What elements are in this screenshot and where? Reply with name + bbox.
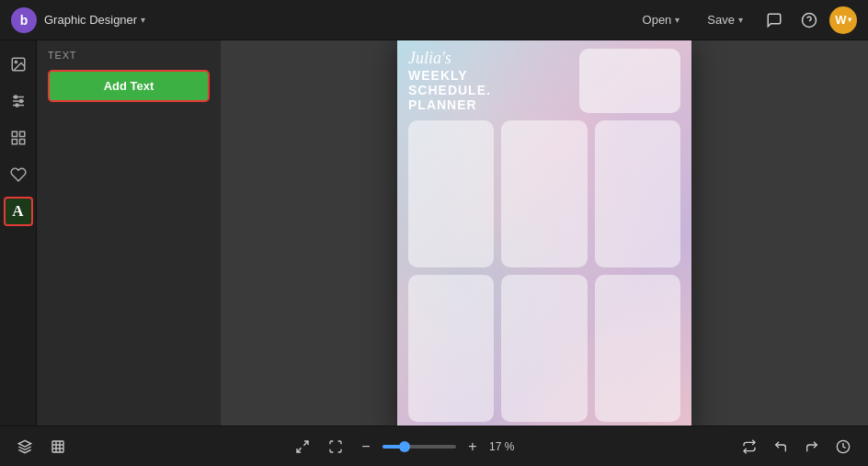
canvas-title-area: Julia's WEEKLY SCHEDULE. PLANNER	[408, 49, 680, 113]
swap-icon	[742, 439, 757, 454]
open-label: Open	[643, 13, 672, 27]
history-button[interactable]	[829, 433, 857, 460]
design-canvas[interactable]: Julia's WEEKLY SCHEDULE. PLANNER	[397, 40, 691, 426]
image-icon	[10, 56, 27, 73]
zoom-slider-thumb	[399, 441, 410, 452]
help-icon	[801, 12, 817, 28]
canvas-wrapper: Julia's WEEKLY SCHEDULE. PLANNER	[397, 40, 691, 426]
help-button[interactable]	[794, 6, 824, 35]
app-name-dropdown[interactable]: Graphic Designer ▾	[44, 13, 145, 27]
svg-rect-11	[19, 131, 24, 136]
comments-button[interactable]	[760, 6, 789, 35]
svg-point-3	[15, 61, 17, 63]
logo-letter: b	[20, 13, 29, 28]
layers-icon	[17, 439, 32, 454]
history-icon	[836, 439, 851, 454]
user-chevron-icon: ▾	[848, 16, 851, 24]
canvas-title-line2: SCHEDULE.	[408, 83, 572, 97]
grid-tool-button[interactable]	[4, 123, 33, 153]
schedule-card-2	[501, 120, 587, 267]
canvas-title-cursive: Julia's	[408, 49, 572, 68]
adjust-tool-button[interactable]	[4, 86, 33, 116]
zoom-slider[interactable]	[383, 445, 456, 449]
svg-marker-14	[18, 440, 30, 447]
app-name-chevron-icon: ▾	[141, 15, 145, 25]
svg-rect-15	[52, 441, 63, 452]
left-panel: TEXT Add Text	[37, 40, 221, 426]
zoom-value: 17 %	[489, 440, 519, 453]
pages-icon	[51, 439, 65, 454]
canvas-title-line1: WEEKLY	[408, 68, 572, 83]
fullscreen-button[interactable]	[322, 433, 349, 460]
schedule-card-6	[595, 275, 680, 422]
save-button[interactable]: Save ▾	[696, 8, 754, 31]
redo-button[interactable]	[798, 433, 826, 460]
bottom-bar: − + 17 %	[0, 426, 868, 466]
svg-line-20	[303, 441, 308, 446]
schedule-card-4	[408, 275, 494, 422]
svg-rect-10	[12, 131, 17, 136]
app-name-label: Graphic Designer	[44, 13, 137, 27]
bottom-right-actions	[736, 433, 857, 460]
canvas-title-text: Julia's WEEKLY SCHEDULE. PLANNER	[408, 49, 572, 112]
schedule-cards-grid	[408, 120, 680, 422]
save-chevron-icon: ▾	[738, 15, 743, 25]
zoom-out-button[interactable]: −	[355, 436, 377, 458]
text-tool-letter: A	[12, 202, 23, 221]
open-button[interactable]: Open ▾	[632, 8, 691, 31]
pages-button[interactable]	[44, 433, 72, 460]
svg-rect-12	[12, 140, 17, 144]
heart-icon	[10, 166, 27, 183]
panel-section-label: TEXT	[48, 50, 210, 61]
canvas-title-line3: PLANNER	[408, 97, 572, 112]
svg-point-7	[14, 96, 17, 98]
resize-button[interactable]	[289, 433, 316, 460]
svg-point-9	[16, 104, 18, 107]
svg-line-21	[297, 448, 302, 452]
header-actions: Open ▾ Save ▾ W ▾	[632, 6, 857, 35]
svg-rect-13	[19, 140, 24, 144]
app-logo[interactable]: b	[11, 7, 37, 33]
zoom-in-button[interactable]: +	[462, 436, 484, 458]
schedule-card-3	[595, 120, 680, 267]
swap-button[interactable]	[736, 433, 763, 460]
user-initials: W	[835, 13, 846, 27]
schedule-card-5	[501, 275, 587, 422]
canvas-area: Julia's WEEKLY SCHEDULE. PLANNER	[221, 40, 868, 426]
main-area: A TEXT Add Text Julia's WEEKLY SCHEDULE.…	[0, 40, 868, 426]
fullscreen-icon	[328, 439, 343, 454]
grid-icon	[10, 130, 27, 146]
favorites-tool-button[interactable]	[4, 160, 33, 189]
top-right-schedule-card	[579, 49, 680, 113]
schedule-card-1	[408, 120, 494, 267]
redo-icon	[805, 439, 819, 454]
sliders-icon	[10, 93, 27, 109]
header: b Graphic Designer ▾ Open ▾ Save ▾ W	[0, 0, 868, 40]
image-tool-button[interactable]	[4, 50, 33, 79]
svg-point-8	[19, 100, 22, 103]
open-chevron-icon: ▾	[675, 15, 680, 25]
tool-rail: A	[0, 40, 37, 426]
user-avatar[interactable]: W ▾	[829, 6, 857, 34]
save-label: Save	[707, 13, 735, 27]
text-tool-button[interactable]: A	[4, 197, 33, 226]
comment-icon	[766, 12, 782, 28]
layers-button[interactable]	[11, 433, 39, 460]
add-text-button[interactable]: Add Text	[48, 70, 210, 102]
undo-icon	[773, 439, 788, 454]
zoom-controls: − + 17 %	[355, 436, 519, 458]
undo-button[interactable]	[767, 433, 794, 460]
resize-icon	[295, 439, 310, 454]
